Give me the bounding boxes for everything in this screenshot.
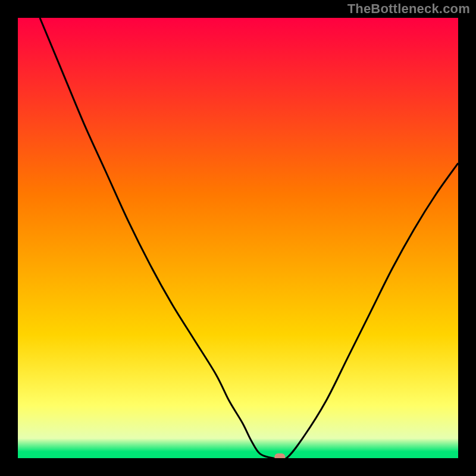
bottleneck-chart <box>0 0 476 476</box>
optimal-point-marker <box>274 453 285 461</box>
chart-frame: TheBottleneck.com <box>0 0 476 476</box>
watermark-text: TheBottleneck.com <box>347 1 470 17</box>
plot-background <box>18 18 458 458</box>
